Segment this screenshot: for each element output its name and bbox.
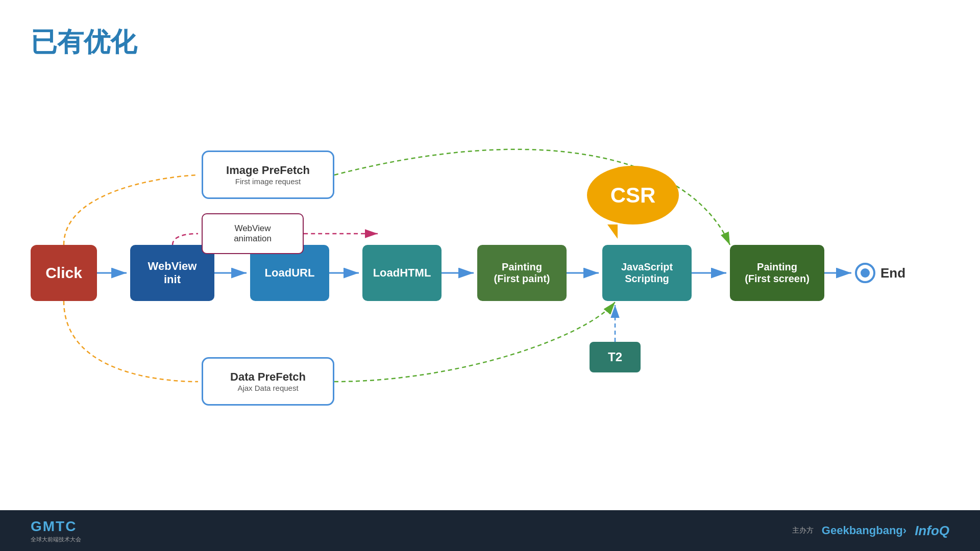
js-scripting-line1: JavaScript bbox=[621, 261, 673, 273]
gmtc-logo-sub: 全球大前端技术大会 bbox=[31, 536, 81, 543]
end-dot-inner bbox=[861, 268, 870, 278]
csr-bubble: CSR bbox=[587, 166, 679, 232]
t2-label: T2 bbox=[608, 350, 622, 364]
footer: GMTC 全球大前端技术大会 主办方 Geekbangbang› InfoQ bbox=[0, 510, 980, 551]
js-scripting-box: JavaScript Scripting bbox=[602, 245, 692, 301]
first-screen-box: Painting (First screen) bbox=[730, 245, 824, 301]
webview-init-line1: WebView bbox=[148, 260, 197, 273]
end-dot bbox=[855, 263, 875, 283]
geekbang-label: Geekbangbang› bbox=[822, 524, 906, 537]
image-prefetch-title: Image PreFetch bbox=[226, 164, 310, 177]
page-title: 已有优化 bbox=[31, 24, 137, 60]
end-indicator: End bbox=[855, 263, 905, 283]
csr-tail bbox=[607, 224, 618, 239]
first-paint-box: Painting (First paint) bbox=[477, 245, 567, 301]
image-prefetch-box: Image PreFetch First image request bbox=[202, 151, 334, 199]
geekbang-text: Geekbang bbox=[822, 524, 876, 537]
click-box: Click bbox=[31, 245, 97, 301]
data-prefetch-title: Data PreFetch bbox=[230, 370, 306, 384]
end-label: End bbox=[880, 265, 905, 281]
data-prefetch-subtitle: Ajax Data request bbox=[237, 384, 298, 392]
infoq-label: InfoQ bbox=[915, 523, 949, 539]
webview-init-line2: init bbox=[164, 273, 181, 286]
loadhtml-box: LoadHTML bbox=[362, 245, 442, 301]
click-label: Click bbox=[45, 264, 82, 282]
webview-anim-line2: animation bbox=[234, 234, 272, 244]
gmtc-logo-text: GMTC bbox=[31, 518, 81, 535]
t2-box: T2 bbox=[590, 342, 641, 372]
data-prefetch-box: Data PreFetch Ajax Data request bbox=[202, 357, 334, 406]
diagram: Click WebView init LoadURL LoadHTML Pain… bbox=[0, 82, 980, 500]
webview-anim-line1: WebView bbox=[234, 223, 271, 234]
loadurl-label: LoadURL bbox=[265, 266, 315, 280]
image-prefetch-subtitle: First image request bbox=[235, 177, 301, 186]
webview-animation-box: WebView animation bbox=[202, 213, 304, 254]
footer-right: 主办方 Geekbangbang› InfoQ bbox=[792, 523, 949, 539]
footer-logo: GMTC 全球大前端技术大会 bbox=[31, 518, 81, 543]
csr-label: CSR bbox=[610, 183, 656, 208]
first-screen-line2: (First screen) bbox=[745, 273, 810, 285]
host-label: 主办方 bbox=[792, 526, 814, 535]
webview-init-box: WebView init bbox=[130, 245, 214, 301]
js-scripting-line2: Scripting bbox=[625, 273, 669, 285]
first-paint-line2: (First paint) bbox=[494, 273, 550, 285]
loadhtml-label: LoadHTML bbox=[373, 266, 431, 280]
first-paint-line1: Painting bbox=[502, 261, 542, 273]
csr-ellipse: CSR bbox=[587, 166, 679, 224]
first-screen-line1: Painting bbox=[757, 261, 797, 273]
